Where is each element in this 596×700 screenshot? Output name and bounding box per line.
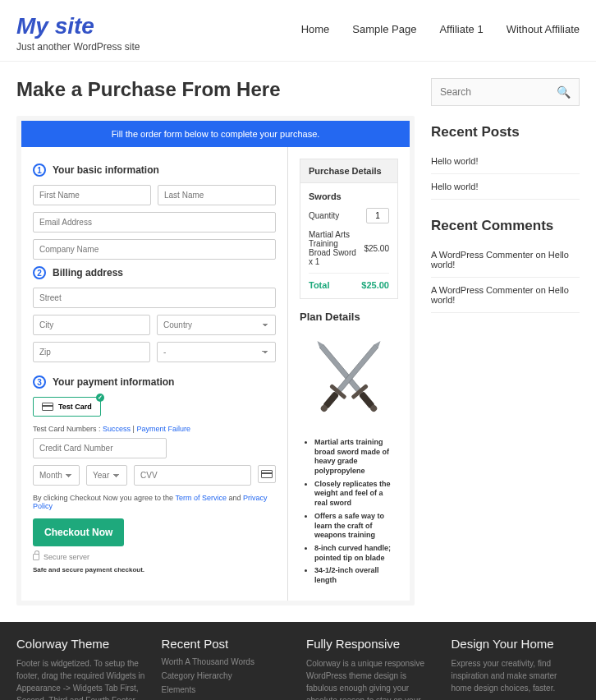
- checkout-card: Fill the order form below to complete yo…: [16, 116, 415, 606]
- swords-image: [300, 329, 398, 428]
- email-input[interactable]: [33, 212, 276, 233]
- card-brand-icon: [258, 465, 276, 483]
- footer: Colorway Theme Footer is widgetized. To …: [0, 622, 596, 700]
- plan-title: Plan Details: [300, 311, 398, 323]
- step-2-badge: 2: [33, 266, 46, 279]
- step-3-title: 3 Your payment information: [33, 375, 276, 389]
- nav-affiliate-1[interactable]: Affiliate 1: [439, 23, 483, 35]
- footer-col-2-title: Recent Post: [162, 637, 291, 651]
- sidebar: 🔍 Recent Posts Hello world! Hello world!…: [431, 78, 580, 606]
- footer-col-1-text: Footer is widgetized. To setup the foote…: [16, 657, 145, 700]
- footer-col-3-title: Fully Responsive: [306, 637, 435, 651]
- success-link[interactable]: Success: [103, 425, 131, 433]
- safe-message: Safe and secure payment checkout.: [33, 566, 276, 573]
- total-value: $25.00: [361, 280, 389, 290]
- product-section: Swords: [309, 191, 389, 201]
- card-icon: [42, 403, 53, 411]
- city-input[interactable]: [33, 315, 150, 335]
- recent-posts-list: Hello world! Hello world!: [431, 149, 580, 200]
- site-tagline: Just another WordPress site: [16, 41, 140, 53]
- zip-input[interactable]: [33, 342, 150, 362]
- primary-nav: Home Sample Page Affiliate 1 Without Aff…: [301, 23, 580, 35]
- bullet-item: Offers a safe way to learn the craft of …: [314, 512, 398, 541]
- footer-post-link[interactable]: Category Hierarchy: [162, 671, 291, 680]
- bullet-item: 8-inch curved handle; pointed tip on bla…: [314, 544, 398, 563]
- nav-home[interactable]: Home: [301, 23, 330, 35]
- footer-col-1-title: Colorway Theme: [16, 637, 145, 651]
- step-1-title: 1 Your basic information: [33, 163, 276, 177]
- search-input[interactable]: [440, 86, 555, 98]
- total-label: Total: [309, 280, 329, 290]
- cvv-input[interactable]: [134, 465, 251, 486]
- bullet-item: Martial arts training broad sword made o…: [314, 438, 398, 477]
- purchase-summary: Purchase Details Swords Quantity Martial…: [288, 147, 410, 601]
- page-title: Make a Purchase From Here: [16, 78, 415, 101]
- recent-comment-item[interactable]: A WordPress Commenter on Hello world!: [431, 278, 580, 313]
- checkout-button[interactable]: Checkout Now: [33, 518, 124, 546]
- footer-post-link[interactable]: Worth A Thousand Words: [162, 657, 291, 666]
- purchase-details-heading: Purchase Details: [300, 159, 398, 183]
- nav-without-affiliate[interactable]: Without Affiliate: [507, 23, 580, 35]
- last-name-input[interactable]: [158, 185, 276, 205]
- step-2-title: 2 Billing address: [33, 266, 276, 279]
- company-input[interactable]: [33, 239, 276, 260]
- nav-sample-page[interactable]: Sample Page: [352, 23, 416, 35]
- quantity-input[interactable]: [366, 208, 389, 223]
- svg-rect-5: [337, 344, 378, 391]
- order-banner: Fill the order form below to complete yo…: [21, 121, 410, 147]
- check-icon: ✓: [96, 394, 104, 402]
- recent-comments-list: A WordPress Commenter on Hello world! A …: [431, 242, 580, 313]
- recent-post-item[interactable]: Hello world!: [431, 149, 580, 174]
- failure-link[interactable]: Payment Failure: [136, 425, 190, 433]
- search-box: 🔍: [431, 78, 580, 106]
- secure-server: Secure server: [33, 553, 276, 561]
- country-select[interactable]: Country: [157, 315, 276, 335]
- brand: My site Just another WordPress site: [16, 13, 140, 53]
- checkout-form: 1 Your basic information 2: [21, 147, 288, 601]
- footer-col-3-text: Colorway is a unique responsive WordPres…: [306, 657, 435, 700]
- region-select[interactable]: -: [157, 342, 276, 362]
- quantity-label: Quantity: [309, 211, 339, 220]
- exp-year-select[interactable]: Year: [86, 465, 127, 486]
- plan-bullets: Martial arts training broad sword made o…: [300, 438, 398, 586]
- recent-posts-heading: Recent Posts: [431, 124, 580, 140]
- exp-month-select[interactable]: Month: [33, 465, 80, 486]
- terms-text: By clicking Checkout Now you agree to th…: [33, 494, 276, 510]
- line-item-name: Martial Arts Training Broad Sword x 1: [309, 230, 364, 266]
- line-item-price: $25.00: [364, 244, 389, 253]
- test-card-help: Test Card Numbers : Success | Payment Fa…: [33, 425, 276, 433]
- bullet-item: Closely replicates the weight and feel o…: [314, 480, 398, 509]
- recent-post-item[interactable]: Hello world!: [431, 174, 580, 200]
- test-card-button[interactable]: Test Card ✓: [33, 397, 101, 417]
- tos-link[interactable]: Term of Service: [175, 494, 227, 502]
- bullet-item: 34-1/2-inch overall length: [314, 566, 398, 585]
- footer-post-link[interactable]: Elements: [162, 685, 291, 694]
- recent-comment-item[interactable]: A WordPress Commenter on Hello world!: [431, 242, 580, 278]
- step-3-badge: 3: [33, 375, 46, 389]
- first-name-input[interactable]: [33, 185, 151, 205]
- footer-col-4-text: Express your creativity, find inspiratio…: [452, 657, 580, 694]
- svg-rect-0: [319, 344, 360, 391]
- street-input[interactable]: [33, 288, 276, 308]
- site-header: My site Just another WordPress site Home…: [0, 0, 596, 62]
- site-title[interactable]: My site: [16, 13, 140, 39]
- step-1-badge: 1: [33, 163, 46, 177]
- card-number-input[interactable]: [33, 438, 167, 458]
- recent-comments-heading: Recent Comments: [431, 218, 580, 234]
- footer-col-4-title: Design Your Home: [452, 637, 580, 651]
- search-icon[interactable]: 🔍: [557, 85, 571, 99]
- lock-icon: [33, 554, 39, 560]
